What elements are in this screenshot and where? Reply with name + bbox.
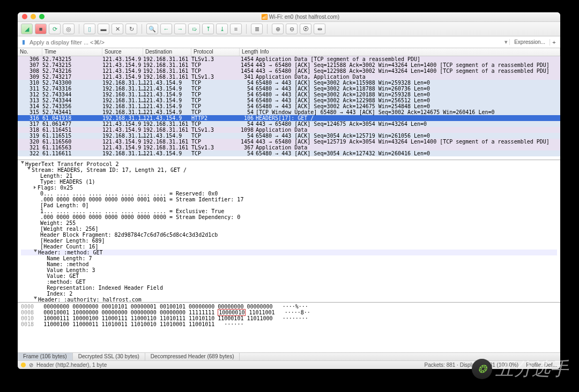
options-icon: ◎ [66, 26, 71, 33]
col-source[interactable]: Source [102, 48, 143, 56]
go-first-button[interactable]: ⤒ [202, 24, 214, 34]
collapse-icon[interactable] [34, 186, 36, 189]
detail-line[interactable]: 0... .... .... .... .... .... .... .... … [21, 191, 557, 197]
detail-line[interactable]: [Pad Length: 0] [21, 202, 557, 208]
expand-icon[interactable] [21, 161, 24, 165]
packet-row[interactable]: 32261.116611192.168.31.1…121.43.154.9TCP… [18, 150, 560, 156]
zoom-reset-icon: ⦿ [303, 26, 309, 32]
hex-row[interactable]: 0018 11000100 11000011 11010011 11010010… [21, 321, 557, 327]
detail-line[interactable]: Name: :method [21, 261, 557, 267]
col-destination[interactable]: Destination [143, 48, 191, 56]
detail-line[interactable]: Representation: Indexed Header Field [21, 285, 557, 291]
zoom-window-button[interactable] [39, 14, 44, 19]
stop-capture-button[interactable]: ■ [35, 24, 47, 34]
colorize-button[interactable]: ≣ [251, 24, 263, 34]
close-window-button[interactable] [22, 14, 27, 19]
detail-line[interactable]: Header Block Fragment: 82d98784c7c6d7d6c… [21, 232, 557, 238]
top-icon: ⤒ [206, 26, 211, 33]
expert-info-icon[interactable] [21, 363, 26, 367]
find-packet-button[interactable]: 🔍 [146, 24, 158, 34]
tab-decrypted-ssl[interactable]: Decrypted SSL (30 bytes) [73, 353, 145, 360]
zoom-reset-button[interactable]: ⦿ [300, 24, 311, 34]
cancel-icon[interactable]: ⊘ [29, 362, 33, 368]
resize-columns-button[interactable]: ⇹ [314, 24, 325, 34]
detail-line[interactable]: Flags: 0x25 [21, 185, 557, 191]
colorize-icon: ≣ [255, 26, 259, 33]
packet-row[interactable]: 31961.116515192.168.31.1…121.43.154.9TCP… [18, 133, 560, 139]
detail-line[interactable]: Length: 21 [21, 173, 557, 179]
header-authority[interactable]: Header: :authority: halfrost.com [38, 297, 142, 303]
open-file-button[interactable]: ▯ [84, 24, 95, 34]
col-length[interactable]: Length [240, 48, 258, 56]
col-protocol[interactable]: Protocol [191, 48, 240, 56]
col-no[interactable]: No. [18, 48, 42, 56]
packet-row[interactable]: 32061.116560121.43.154.9192.168.31.161TC… [18, 139, 560, 145]
packet-row[interactable]: 30752.743215121.43.154.9192.168.31.161TC… [18, 62, 560, 68]
capture-options-button[interactable]: ◎ [63, 24, 75, 34]
detail-line[interactable]: [Header Length: 689] [21, 238, 557, 244]
detail-line[interactable]: :method: GET [21, 279, 557, 285]
packet-list[interactable]: 30652.743215121.43.154.9192.168.31.161TL… [18, 56, 560, 160]
save-file-button[interactable]: ▬ [98, 24, 109, 34]
bookmark-icon[interactable]: ▮ [20, 39, 27, 46]
packet-row[interactable]: 31661.041918192.168.31.1…121.43.154.9HTT… [18, 115, 560, 121]
restart-capture-button[interactable]: ⟳ [49, 24, 61, 34]
packet-row[interactable]: 31352.743344192.168.31.1…121.43.154.9TCP… [18, 97, 560, 103]
add-filter-button[interactable]: + [550, 39, 558, 46]
zoom-out-button[interactable]: ⊖ [286, 24, 298, 34]
expand-icon[interactable] [34, 297, 37, 301]
display-filter-input[interactable] [27, 39, 503, 46]
packet-row[interactable]: 30852.743216121.43.154.9192.168.31.161TC… [18, 68, 560, 74]
header-method[interactable]: Header: :method: GET [38, 250, 102, 255]
col-info[interactable]: Info [258, 48, 560, 56]
detail-line[interactable]: Weight: 255 [21, 220, 557, 226]
expression-button[interactable]: Expression... [509, 39, 550, 45]
hex-row[interactable]: 0010 10000111 10000100 11000111 11000110… [21, 315, 557, 321]
minimize-window-button[interactable] [31, 14, 36, 19]
detail-line[interactable]: Value: GET [21, 273, 557, 279]
packet-bytes-pane[interactable]: 0000 00000000 00000000 00010101 00000001… [18, 303, 560, 352]
go-back-button[interactable]: ← [160, 24, 172, 34]
go-forward-button[interactable]: → [174, 24, 186, 34]
packet-row[interactable]: 31452.743356192.168.31.1…121.43.154.9TCP… [18, 103, 560, 109]
filter-toggle[interactable]: ▾ [503, 39, 509, 46]
detail-line[interactable]: Index: 2 [21, 291, 557, 297]
detail-line[interactable]: Name Length: 7 [21, 255, 557, 261]
hex-row[interactable]: 0008 00010001 10000000 00000000 00000000… [21, 310, 557, 315]
packet-row[interactable]: 31152.743316192.168.31.1…121.43.154.9TCP… [18, 86, 560, 92]
close-file-button[interactable]: ✕ [112, 24, 123, 34]
detail-line[interactable]: Value Length: 3 [21, 267, 557, 273]
packet-row[interactable]: 31252.743344192.168.31.1…121.43.154.9TCP… [18, 92, 560, 97]
detail-line[interactable]: [Weight real: 256] [21, 226, 557, 232]
tab-decompressed-header[interactable]: Decompressed Header (689 bytes) [145, 353, 240, 360]
expand-icon[interactable] [34, 250, 37, 254]
zoom-in-button[interactable]: ⊕ [272, 24, 284, 34]
packet-row[interactable]: 31552.743441192.168.31.1…121.43.154.9TCP… [18, 109, 560, 115]
packet-row[interactable]: 31761.061477121.43.154.9192.168.31.161TC… [18, 121, 560, 127]
reload-button[interactable]: ↻ [125, 24, 137, 34]
packet-details-pane[interactable]: HyperText Transfer Protocol 2 Stream: HE… [18, 160, 560, 303]
stream-header[interactable]: Stream: HEADERS, Stream ID: 17, Length 2… [32, 167, 187, 173]
start-capture-button[interactable]: ◢ [21, 24, 33, 34]
auto-scroll-button[interactable]: ≡ [230, 24, 242, 34]
tab-frame[interactable]: Frame (106 bytes) [18, 353, 73, 360]
proto-root[interactable]: HyperText Transfer Protocol 2 [25, 161, 119, 167]
packet-row[interactable]: 32161.116563121.43.154.9192.168.31.161TL… [18, 145, 560, 150]
expand-icon[interactable] [27, 167, 31, 171]
detail-line[interactable]: .000 0000 0000 0000 0000 0000 0000 0000 … [21, 214, 557, 220]
separator [267, 24, 268, 34]
packet-row[interactable]: 30952.743217121.43.154.9192.168.31.161TL… [18, 74, 560, 80]
detail-line[interactable]: .000 0000 0000 0000 0000 0000 0001 0001 … [21, 197, 557, 202]
zoom-in-icon: ⊕ [276, 26, 280, 33]
packet-row[interactable]: 31861.116451121.43.154.9192.168.31.161TL… [18, 127, 560, 133]
hex-row[interactable]: 0000 00000000 00000000 00010101 00000001… [21, 304, 557, 310]
watermark: ❂ 五分选手 [472, 357, 568, 381]
go-to-packet-button[interactable]: ➯ [188, 24, 200, 34]
packet-row[interactable]: 31052.743300192.168.31.1…121.43.154.9TCP… [18, 80, 560, 86]
detail-line[interactable]: 1... .... .... .... .... .... .... .... … [21, 208, 557, 214]
detail-line[interactable]: [Header Count: 16] [21, 244, 557, 250]
col-time[interactable]: Time [42, 48, 102, 56]
packet-row[interactable]: 30652.743215121.43.154.9192.168.31.161TL… [18, 56, 560, 62]
go-last-button[interactable]: ⤓ [216, 24, 228, 34]
detail-line[interactable]: Type: HEADERS (1) [21, 179, 557, 185]
